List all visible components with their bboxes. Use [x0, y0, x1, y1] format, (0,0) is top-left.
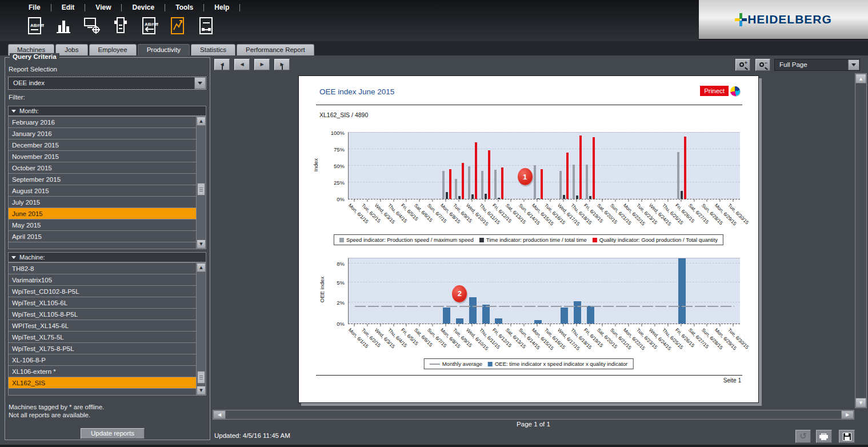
month-rows: February 2016January 2016December 2015No…: [9, 117, 196, 249]
month-section-header[interactable]: Month:: [8, 106, 206, 116]
bar-speed: [573, 165, 575, 199]
zoom-out-button[interactable]: −: [755, 59, 770, 71]
machine-item[interactable]: WpiTest_XL105-8-P5L: [9, 309, 196, 320]
page-number-label: Seite 1: [723, 377, 741, 384]
next-page-button[interactable]: ▶: [254, 59, 270, 70]
legend-swatch: [479, 238, 484, 242]
bar-quality: [475, 142, 477, 199]
dropdown-arrow-button[interactable]: [848, 59, 859, 70]
tab-productivity[interactable]: Productivity: [138, 44, 190, 55]
vertical-scrollbar[interactable]: ▲ ▼: [855, 73, 867, 408]
y-tick-label: 0%: [319, 196, 345, 202]
menu-item-view[interactable]: View: [93, 2, 113, 13]
month-item[interactable]: August 2015: [9, 185, 196, 197]
performance-chart-icon[interactable]: [168, 15, 187, 37]
machine-item[interactable]: WpiTest_CD102-8-P5L: [9, 286, 196, 297]
report-import-icon[interactable]: AB#ffffff: [139, 15, 159, 37]
tab-performance-report[interactable]: Performance Report: [237, 44, 314, 55]
bar-oee: [587, 306, 594, 324]
menu-item-device[interactable]: Device: [130, 2, 157, 13]
legend-label: Monthly average: [442, 361, 482, 367]
save-button[interactable]: [839, 430, 855, 443]
menu-item-help[interactable]: Help: [212, 2, 231, 13]
monthly-average-line: [355, 306, 734, 307]
print-button[interactable]: [816, 430, 832, 443]
scrollbar-thumb[interactable]: [197, 183, 205, 195]
month-item[interactable]: April 2015: [9, 231, 196, 242]
month-item[interactable]: June 2015: [9, 208, 196, 219]
process-report-icon[interactable]: [197, 15, 216, 37]
machine-item[interactable]: XL106-extern *: [9, 366, 196, 377]
machine-list-scrollbar[interactable]: ▲ ▼: [196, 263, 206, 395]
bar-quality: [501, 167, 503, 199]
brand-name: HEIDELBERG: [747, 13, 832, 26]
scroll-down-icon[interactable]: ▼: [855, 398, 866, 408]
zoom-in-button[interactable]: +: [735, 59, 750, 71]
system-settings-icon[interactable]: [82, 15, 102, 37]
scrollbar-thumb[interactable]: [197, 371, 205, 384]
bar-speed: [677, 152, 679, 199]
bar-chart-icon[interactable]: [54, 15, 73, 37]
scroll-left-icon[interactable]: ◀: [213, 410, 226, 419]
scroll-right-icon[interactable]: ▶: [841, 410, 854, 419]
bar-oee: [482, 305, 490, 324]
legend-swatch: [339, 238, 344, 242]
first-page-button[interactable]: ◀: [214, 59, 230, 70]
scroll-down-icon[interactable]: ▼: [197, 386, 206, 395]
prinect-badge: Prinect: [700, 86, 729, 96]
machine-item[interactable]: WpiTest_XL75-8-P5L: [9, 343, 196, 354]
scroll-up-icon[interactable]: ▲: [197, 117, 206, 126]
scroll-up-icon[interactable]: ▲: [855, 74, 866, 83]
horizontal-scrollbar[interactable]: ◀ ▶: [213, 410, 854, 420]
month-list-scrollbar[interactable]: ▲ ▼: [196, 117, 206, 249]
tab-employee[interactable]: Employee: [89, 44, 137, 55]
machine-item[interactable]: XL-106-8-P: [9, 354, 196, 366]
tab-jobs[interactable]: Jobs: [55, 44, 87, 55]
update-reports-button[interactable]: Update reports: [81, 428, 145, 439]
previous-page-button[interactable]: ◀: [234, 59, 250, 70]
collapse-icon: [11, 256, 16, 259]
menu-item-file[interactable]: File: [26, 2, 43, 13]
bar-oee: [574, 301, 581, 324]
machine-item[interactable]: TH82-8: [9, 263, 196, 274]
scroll-down-icon[interactable]: ▼: [197, 240, 206, 249]
bar-speed: [534, 165, 536, 199]
report-selection-dropdown[interactable]: OEE index: [8, 77, 206, 90]
tab-statistics[interactable]: Statistics: [191, 44, 235, 55]
y-tick-label: 25%: [319, 179, 345, 186]
machine-item[interactable]: WpiTest_XL75-5L: [9, 332, 196, 343]
machine-item[interactable]: WpiTest_XL105-6L: [9, 297, 196, 309]
month-item[interactable]: May 2015: [9, 219, 196, 231]
month-item[interactable]: February 2016: [9, 117, 196, 128]
month-item[interactable]: December 2015: [9, 139, 196, 151]
menu-separator: [203, 4, 204, 11]
chart1-legend: Speed indicator: Production speed / maxi…: [334, 234, 723, 245]
month-item[interactable]: July 2015: [9, 197, 196, 208]
machine-section-header[interactable]: Machine:: [8, 252, 206, 262]
menu-item-edit[interactable]: Edit: [59, 2, 77, 13]
month-item[interactable]: October 2015: [9, 162, 196, 174]
bar-time: [537, 198, 539, 199]
bar-oee: [456, 318, 463, 324]
month-item[interactable]: November 2015: [9, 151, 196, 162]
bar-speed: [455, 179, 457, 199]
machine-item[interactable]: Varimatrix105: [9, 274, 196, 286]
month-item[interactable]: January 2016: [9, 128, 196, 139]
refresh-button[interactable]: ↺: [795, 430, 811, 443]
text-report-icon[interactable]: AB#ffffff: [25, 15, 45, 37]
gridline: [349, 149, 740, 149]
press-device-icon[interactable]: [111, 15, 130, 37]
month-section-label: Month:: [19, 107, 39, 114]
machine-item[interactable]: WPITest_XL145-6L: [9, 320, 196, 332]
panel-title: Query Criteria: [10, 53, 59, 60]
scroll-up-icon[interactable]: ▲: [197, 263, 206, 272]
last-page-button[interactable]: ▶: [274, 59, 290, 70]
legend-item: Quality indicator: Good production / Tot…: [593, 237, 718, 243]
month-item[interactable]: September 2015: [9, 174, 196, 185]
bar-quality: [541, 169, 543, 199]
zoom-level-select[interactable]: Full Page: [774, 59, 860, 71]
window-bottom-edge: [0, 445, 868, 447]
dropdown-arrow-button[interactable]: [194, 77, 206, 89]
menu-item-tools[interactable]: Tools: [173, 2, 195, 13]
machine-item[interactable]: XL162_SIS: [9, 377, 196, 389]
